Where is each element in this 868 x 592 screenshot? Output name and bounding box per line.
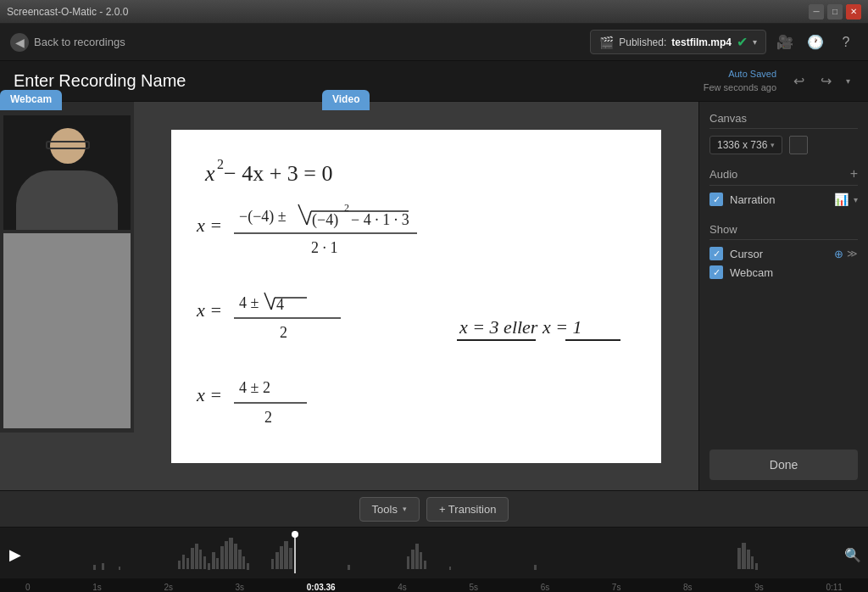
svg-point-69 [292, 531, 298, 538]
svg-rect-34 [195, 544, 198, 569]
canvas-color-picker[interactable] [789, 136, 808, 154]
autosave-time: Few seconds ago [704, 81, 776, 94]
ruler-7s: 7s [612, 583, 621, 592]
show-section: Show ✓ Cursor ⊕ ≫ ✓ Webcam [709, 223, 858, 284]
ruler-6s: 6s [541, 583, 550, 592]
cursor-style-icon[interactable]: ⊕ [834, 248, 843, 260]
titlebar-controls: ─ □ ✕ [809, 4, 861, 20]
cursor-checkbox[interactable]: ✓ [709, 247, 723, 260]
canvas-size-control: 1336 x 736 ▾ [709, 136, 858, 154]
svg-rect-30 [178, 561, 181, 569]
webcam-tab[interactable]: Webcam [0, 90, 62, 110]
svg-rect-40 [220, 546, 224, 569]
svg-rect-41 [225, 541, 228, 569]
svg-rect-46 [247, 563, 249, 570]
svg-rect-43 [234, 544, 237, 569]
audio-add-button[interactable]: + [850, 166, 858, 182]
webcam-show-row: ✓ Webcam [709, 265, 858, 279]
main-video-frame: x 2 − 4x + 3 = 0 x = −(−4) ± (−4) 2 − 4 … [171, 130, 661, 463]
back-to-recordings-button[interactable]: ◀ Back to recordings [10, 33, 125, 52]
svg-rect-54 [415, 544, 419, 569]
show-section-title: Show [709, 223, 858, 240]
svg-text:4 ± 2: 4 ± 2 [239, 379, 270, 396]
redo-button[interactable]: ↪ [814, 70, 837, 93]
transition-button[interactable]: + Transition [426, 497, 509, 522]
history-icon-button[interactable]: 🕐 [804, 31, 827, 54]
canvas-section-title: Canvas [709, 112, 858, 129]
svg-rect-44 [238, 550, 242, 569]
transition-label: + Transition [439, 503, 497, 516]
ruler-marks: 0 1s 2s 3s 0:03.36 4s 5s 6s 7s 8s 9s 0:1… [25, 583, 843, 592]
minimize-button[interactable]: ─ [809, 4, 824, 20]
audio-settings-dropdown[interactable]: ▾ [854, 195, 858, 204]
svg-rect-65 [747, 550, 750, 569]
svg-text:2: 2 [344, 202, 349, 214]
svg-rect-29 [25, 531, 843, 573]
svg-rect-64 [742, 543, 746, 569]
close-button[interactable]: ✕ [846, 4, 861, 20]
tools-button[interactable]: Tools ▾ [359, 497, 420, 522]
main-area: Webcam Video [0, 102, 868, 490]
svg-text:x: x [204, 161, 215, 186]
svg-text:2: 2 [264, 409, 272, 426]
audio-level-icon: 📊 [834, 193, 849, 206]
svg-rect-48 [275, 552, 279, 569]
svg-text:(−4): (−4) [312, 211, 338, 229]
autosave-status: Auto Saved [704, 68, 776, 81]
timeline-ruler: 0 1s 2s 3s 0:03.36 4s 5s 6s 7s 8s 9s 0:1… [0, 578, 868, 592]
recording-bar: Enter Recording Name Auto Saved Few seco… [0, 61, 868, 102]
webcam-panel [0, 102, 134, 433]
svg-rect-33 [191, 548, 194, 569]
help-icon-button[interactable]: ? [834, 31, 858, 54]
svg-rect-47 [271, 559, 274, 569]
undo-redo-dropdown[interactable]: ▾ [841, 70, 854, 93]
svg-rect-51 [289, 548, 292, 569]
back-label: Back to recordings [34, 36, 125, 48]
autosave-info: Auto Saved Few seconds ago [704, 68, 776, 94]
back-arrow-icon: ◀ [10, 33, 29, 52]
tools-label: Tools [372, 503, 398, 516]
recording-name[interactable]: Enter Recording Name [14, 71, 704, 91]
cursor-controls: ⊕ ≫ [834, 248, 858, 260]
ruler-current-time: 0:03.36 [307, 583, 336, 592]
svg-rect-57 [93, 565, 96, 570]
timeline-waveform-area[interactable] [0, 531, 868, 573]
svg-text:− 4x + 3 = 0: − 4x + 3 = 0 [224, 161, 333, 186]
check-icon: ✔ [737, 34, 748, 50]
cursor-label: Cursor [730, 248, 827, 260]
svg-text:x =: x = [196, 215, 222, 236]
tools-dropdown-icon: ▾ [403, 505, 407, 513]
ruler-end: 0:11 [826, 583, 842, 592]
ruler-1s: 1s [92, 583, 102, 592]
titlebar-title: Screencast-O-Matic - 2.0.0 [7, 6, 809, 18]
narration-checkbox[interactable]: ✓ [709, 193, 723, 206]
undo-button[interactable]: ↩ [787, 70, 810, 93]
canvas-size-arrow: ▾ [771, 141, 775, 149]
svg-rect-45 [242, 556, 245, 569]
publish-dropdown-icon[interactable]: ▾ [753, 37, 757, 47]
canvas-section: Canvas 1336 x 736 ▾ [709, 112, 858, 154]
done-button[interactable]: Done [709, 450, 858, 480]
video-tab[interactable]: Video [322, 90, 370, 110]
svg-rect-63 [737, 548, 741, 569]
maximize-button[interactable]: □ [827, 4, 843, 20]
svg-text:− 4 · 1 · 3: − 4 · 1 · 3 [351, 211, 409, 228]
timeline: ▶ [0, 528, 868, 592]
webcam-show-checkbox[interactable]: ✓ [709, 265, 723, 279]
top-toolbar: ◀ Back to recordings 🎬 Published: testfi… [0, 24, 868, 61]
webcam-gray-area [3, 233, 131, 428]
audio-section-title: Audio + [709, 166, 858, 186]
svg-rect-61 [449, 567, 451, 570]
published-badge: 🎬 Published: testfilm.mp4 ✔ ▾ [590, 30, 766, 54]
math-content: x 2 − 4x + 3 = 0 x = −(−4) ± (−4) 2 − 4 … [171, 130, 661, 463]
canvas-size-dropdown[interactable]: 1336 x 736 ▾ [709, 136, 782, 154]
search-button[interactable]: 🔍 [843, 545, 863, 565]
ruler-2s: 2s [164, 583, 173, 592]
svg-rect-37 [208, 563, 210, 570]
svg-rect-62 [534, 565, 537, 570]
ruler-5s: 5s [469, 583, 478, 592]
cursor-expand-icon[interactable]: ≫ [847, 248, 858, 260]
camera-icon-button[interactable]: 🎥 [773, 31, 797, 54]
ruler-0: 0 [25, 583, 31, 592]
svg-rect-36 [203, 556, 206, 569]
